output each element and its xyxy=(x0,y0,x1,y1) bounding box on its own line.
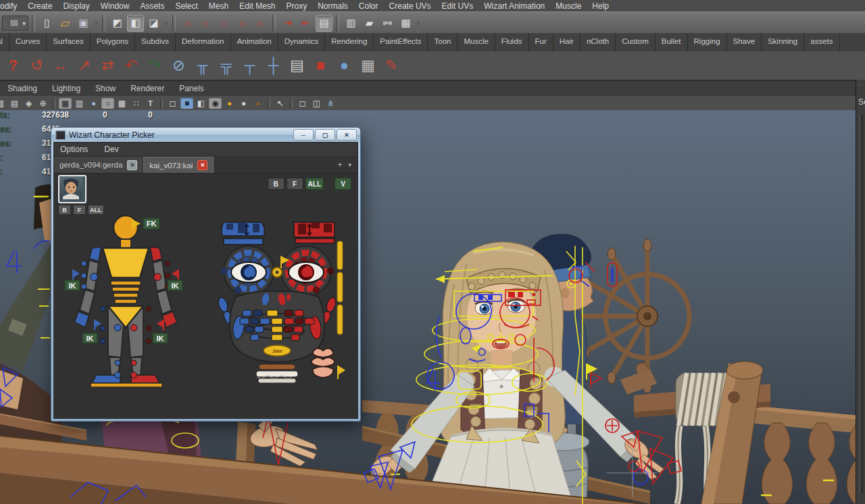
save-scene-icon[interactable]: ▣ xyxy=(75,15,92,32)
delete-unused-icon[interactable]: ⊘ xyxy=(167,53,191,78)
separator[interactable] xyxy=(290,98,293,109)
shelf-tab[interactable]: PaintEffects xyxy=(374,33,428,51)
bookmark-icon[interactable]: ▤ xyxy=(8,97,21,109)
body-filter-button[interactable]: B xyxy=(268,178,285,190)
menu-item[interactable]: Edit UVs xyxy=(437,1,479,11)
snap-view-plane-icon[interactable]: ∩ xyxy=(252,15,269,32)
ik-arm-right-label[interactable]: IK xyxy=(172,282,179,290)
close-button[interactable]: ✕ xyxy=(337,129,357,141)
render-settings-icon[interactable]: ▦ xyxy=(397,15,414,32)
add-tab-button[interactable]: + xyxy=(337,160,342,170)
shelf-tab[interactable]: Hair xyxy=(553,33,580,51)
menu-item[interactable]: Help xyxy=(587,1,614,11)
tab-kai[interactable]: kai_v073:kai ✕ xyxy=(143,157,214,173)
image-plane-icon[interactable]: ◈ xyxy=(22,97,35,109)
help-icon[interactable]: ? xyxy=(1,53,25,78)
separator[interactable] xyxy=(102,15,105,31)
menu-item[interactable]: Create xyxy=(22,1,57,11)
menu-item[interactable]: Mesh xyxy=(203,1,234,11)
snap-projected-center-icon[interactable]: ∩ xyxy=(234,15,251,32)
asset-package-icon[interactable]: ▦ xyxy=(356,53,380,78)
shelf-tab[interactable]: Subdivs xyxy=(135,33,176,51)
hierarchy-node-icon[interactable]: ╦ xyxy=(214,53,238,78)
options-menu[interactable]: Options xyxy=(60,145,88,154)
separator[interactable] xyxy=(160,98,163,109)
wizart-character-picker-window[interactable]: Wizart Character Picker ─▢✕ OptionsDev g… xyxy=(51,127,361,422)
textured-icon[interactable]: ◉ xyxy=(209,97,222,109)
panel-menu-item[interactable]: Panels xyxy=(172,84,212,93)
texture-view-icon[interactable]: T xyxy=(144,97,157,109)
shelf-tab[interactable]: Fluids xyxy=(495,33,529,51)
menu-item[interactable]: Create UVs xyxy=(384,1,437,11)
visibility-button[interactable]: V xyxy=(335,178,351,190)
ipr-render-icon[interactable]: IPR xyxy=(379,15,396,32)
shelf-tab[interactable]: Bullet xyxy=(656,33,688,51)
shelf-tab[interactable]: Custom xyxy=(616,33,656,51)
shelf-tab[interactable]: General xyxy=(0,33,9,51)
snap-curve-icon[interactable]: ∩ xyxy=(197,15,214,32)
shelf-tab[interactable]: assets xyxy=(804,33,839,51)
pane-layout-icon[interactable]: ▧ xyxy=(0,97,7,109)
fk-label[interactable]: FK xyxy=(147,220,157,228)
menu-item[interactable]: Wizart Animation xyxy=(478,1,550,11)
wireframe-icon[interactable]: ◻ xyxy=(166,97,179,109)
hierarchy-node-icon[interactable]: ┬ xyxy=(238,53,262,78)
grid-toggle-icon[interactable]: ▦ xyxy=(59,97,72,109)
hierarchy-node-icon[interactable]: ╥ xyxy=(191,53,214,78)
minimize-button[interactable]: ─ xyxy=(293,129,314,141)
isolate-select-icon[interactable]: ◻ xyxy=(296,97,309,109)
group-arrow-icon[interactable]: › xyxy=(416,15,421,32)
camera-dolly-icon[interactable]: ↗ xyxy=(72,53,96,78)
shelf-tab[interactable]: Shave xyxy=(727,33,762,51)
shelf-tab[interactable]: Deformation xyxy=(176,33,231,51)
separator[interactable] xyxy=(53,98,55,109)
panel-menu-item[interactable]: Shading xyxy=(0,84,45,93)
select-hierarchy-icon[interactable]: ◩ xyxy=(109,15,126,32)
joint-xray-icon[interactable]: ⋔ xyxy=(324,97,337,109)
group-arrow-icon[interactable]: › xyxy=(93,15,99,32)
snap-point-icon[interactable]: ∩ xyxy=(216,15,232,32)
panel-menu-item[interactable]: Lighting xyxy=(45,84,88,93)
menu-item[interactable]: Assets xyxy=(134,1,170,11)
input-connections-icon[interactable]: ⇥ xyxy=(279,15,296,32)
separator[interactable] xyxy=(172,15,176,31)
use-all-lights-icon[interactable]: ● xyxy=(223,97,236,109)
outliner-window-icon[interactable]: ▤ xyxy=(285,53,309,78)
kai-thumbnail[interactable] xyxy=(58,175,86,203)
hierarchy-node-icon[interactable]: ┼ xyxy=(262,53,285,78)
shelf-tab[interactable]: nCloth xyxy=(580,33,616,51)
face-picker-diagram[interactable]: Jaw xyxy=(216,211,355,384)
select-object-icon[interactable]: ◧ xyxy=(127,15,144,32)
film-gate-icon[interactable]: ▥ xyxy=(73,97,86,109)
menu-item[interactable]: Select xyxy=(170,1,203,11)
shelf-tab[interactable]: Dynamics xyxy=(278,33,325,51)
menu-item[interactable]: Modify xyxy=(0,1,22,11)
lips-control[interactable] xyxy=(312,348,345,379)
panel-menu-item[interactable]: Show xyxy=(88,84,123,93)
menu-item[interactable]: Muscle xyxy=(550,1,587,11)
asset-cube-icon[interactable]: ■ xyxy=(309,53,332,78)
selection-mask-dropdown[interactable]: ▾ xyxy=(2,16,28,30)
smooth-shade-icon[interactable]: ■ xyxy=(180,97,193,109)
tab-gerda[interactable]: gerda_v094:gerda ✕ xyxy=(54,157,143,173)
maximize-button[interactable]: ▢ xyxy=(315,129,335,141)
shelf-tab[interactable]: Rigging xyxy=(688,33,727,51)
wireframe-on-shaded-icon[interactable]: ◧ xyxy=(195,97,207,109)
default-light-icon[interactable]: ● xyxy=(237,97,250,109)
face-filter-button[interactable]: F xyxy=(287,178,303,190)
ik-leg-right-label[interactable]: IK xyxy=(157,334,164,343)
redo-icon[interactable]: ↷ xyxy=(143,53,167,78)
ik-arm-left-label[interactable]: IK xyxy=(69,282,76,290)
right-panel-sliver[interactable]: ⋯ Se xyxy=(856,80,865,504)
tab-menu-button[interactable]: ▾ xyxy=(348,161,351,168)
snap-grid-icon[interactable]: ∩ xyxy=(179,15,196,32)
camera-zoom-icon[interactable]: ⇄ xyxy=(96,53,120,78)
group-arrow-icon[interactable]: › xyxy=(164,15,169,32)
separator[interactable] xyxy=(268,98,270,109)
shelf-tab[interactable]: Fur xyxy=(529,33,553,51)
asset-sphere-icon[interactable]: ● xyxy=(332,53,356,78)
window-title-bar[interactable]: Wizart Character Picker ─▢✕ xyxy=(51,128,360,142)
menu-item[interactable]: Window xyxy=(95,1,135,11)
tab-close-icon[interactable]: ✕ xyxy=(197,160,207,170)
shelf-tab[interactable]: Animation xyxy=(231,33,278,51)
